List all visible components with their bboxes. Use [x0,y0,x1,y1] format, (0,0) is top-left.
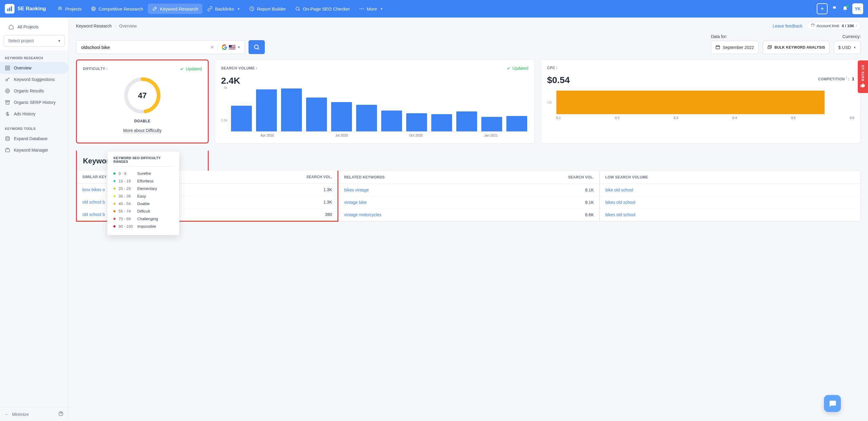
feedback-link[interactable]: Leave feedback [773,24,803,28]
tooltip-range: 90 - 100 [119,224,134,229]
keyword-link[interactable]: vintage bike [344,200,367,205]
nav-competitive[interactable]: Competitive Research [87,4,148,14]
sidebar-organic[interactable]: Organic Results [0,85,68,96]
dot-icon [114,203,116,205]
sidebar-overview[interactable]: Overview [0,62,68,74]
nav-projects[interactable]: Projects [53,4,86,14]
svg-point-10 [363,8,364,9]
info-icon[interactable]: i [106,67,107,71]
keyword-row: bikes old school [600,196,861,209]
tooltip-range: 55 - 74 [119,209,134,214]
tooltip-row: 55 - 74Difficult [114,207,173,215]
clear-icon[interactable]: ✕ [207,45,217,50]
ideas-section: Keywor SIMILAR KEY SEARCH VOL. bmx bikes… [76,151,861,222]
minimize-label: Minimize [12,412,29,417]
keyword-link[interactable]: bike old school [605,188,633,192]
competition-value: 1 [852,77,855,81]
tooltip-range: 0 - 9 [119,171,134,176]
info-icon[interactable]: i [256,67,257,70]
logo[interactable]: SE Ranking [5,4,46,13]
tooltip-row: 20 - 29Elementary [114,185,173,192]
avatar[interactable]: YK [852,3,863,14]
notification-dot [846,5,849,7]
nav-more[interactable]: More ▼ [355,4,387,14]
svg-rect-0 [7,9,8,11]
target-icon [5,88,10,94]
bulk-analysis-button[interactable]: BULK KEYWORD ANALYSIS [763,41,830,54]
project-selector[interactable]: Select project ▾ [4,35,65,47]
keyword-link[interactable]: bikes old school [605,212,636,217]
keyword-link[interactable]: old school b [82,212,105,217]
difficulty-link[interactable]: More about Difficulty [123,128,161,133]
chat-button[interactable] [824,395,841,412]
dot-icon [114,180,116,182]
tooltip-label: Impossible [137,224,156,229]
col-header: SEARCH VOL. [568,175,594,179]
keyword-row: vintage motorcycles6.6K [339,209,599,221]
col-header: LOW SEARCH VOLUME [600,171,861,184]
keyword-input[interactable] [76,45,207,50]
nav-keyword-research[interactable]: Keyword Research [148,4,203,14]
breadcrumb-bar: Keyword Research › Overview Leave feedba… [69,18,868,34]
volume-bar [231,106,252,131]
controls-row: ✕ ▼ Data for: Septemb [69,34,868,59]
card-title: SEARCH VOLUME [221,66,255,71]
ytick: 2.5k [221,118,227,122]
google-icon [222,45,227,50]
svg-point-17 [7,90,8,92]
nav-onpage[interactable]: On-Page SEO Checker [291,4,354,14]
xtick: Oct 2020 [409,134,423,137]
minimize-button[interactable]: ← Minimize [5,412,29,417]
sidebar-serp-history[interactable]: Organic SERP History [0,96,68,108]
date-selector[interactable]: September 2022 [711,41,758,54]
tooltip-row: 75 - 89Challenging [114,215,173,223]
cpc-chart: US 0.1 0.2 0.3 0.4 0.5 0.6 [547,91,855,120]
sidebar-ads[interactable]: Ads History [0,108,68,120]
chevron-down-icon: ▼ [853,46,856,49]
add-button[interactable]: + [817,3,828,14]
keyword-volume: 8.1K [585,188,594,192]
nav-report[interactable]: Report Builder [245,4,290,14]
tooltip-label: Difficult [137,209,150,214]
col-header: RELATED KEYWORDS [344,175,385,179]
keyword-volume: 1.3K [323,187,332,192]
info-icon[interactable]: i [556,66,557,70]
currency-selector[interactable]: $ USD ▼ [834,41,861,54]
sidebar-suggestions[interactable]: Keyword Suggestions [0,74,68,85]
account-limit-badge[interactable]: Account limit: 4 / 10K i [807,22,861,30]
sidebar-all-projects[interactable]: All Projects [4,21,65,33]
svg-rect-14 [8,68,10,70]
nav-backlinks[interactable]: Backlinks ▼ [203,4,244,14]
bell-icon[interactable] [842,6,848,12]
tooltip-label: Effortless [137,179,154,183]
breadcrumb-item[interactable]: Keyword Research [76,24,112,28]
rate-us-tab[interactable]: RATE US [858,60,868,93]
svg-rect-18 [5,101,10,102]
locale-selector[interactable]: ▼ [217,45,245,50]
sidebar-expand-db[interactable]: Expand Database [0,133,68,144]
tooltip-range: 40 - 54 [119,201,134,206]
flag-icon[interactable] [832,6,838,12]
tooltip-title: KEYWORD SEO DIFFICULTY RANGES [114,156,173,167]
cpc-bar [556,91,825,114]
xtick: Apr 2020 [260,134,274,137]
volume-bar [506,116,527,131]
sidebar: All Projects Select project ▾ KEYWORD RE… [0,18,69,421]
keyword-link[interactable]: old school b [82,200,105,204]
link-icon [207,6,213,11]
keyword-volume: 390 [325,212,332,217]
tooltip-label: Surefire [137,171,151,176]
keyword-link[interactable]: vintage motorcycles [344,212,381,217]
keyword-link[interactable]: bmx bikes o [82,187,105,192]
keyword-link[interactable]: bikes vintage [344,188,369,192]
tooltip-label: Challenging [137,217,158,221]
sidebar-kw-manager[interactable]: Keyword Manager [0,144,68,156]
info-icon[interactable]: i [846,76,847,79]
volume-bar [356,105,377,131]
help-icon[interactable] [58,411,64,417]
tooltip-row: 90 - 100Impossible [114,223,173,230]
search-button[interactable] [249,40,265,54]
nav-label: Backlinks [215,6,234,11]
keyword-link[interactable]: bikes old school [605,200,636,205]
volume-bar [331,102,352,131]
